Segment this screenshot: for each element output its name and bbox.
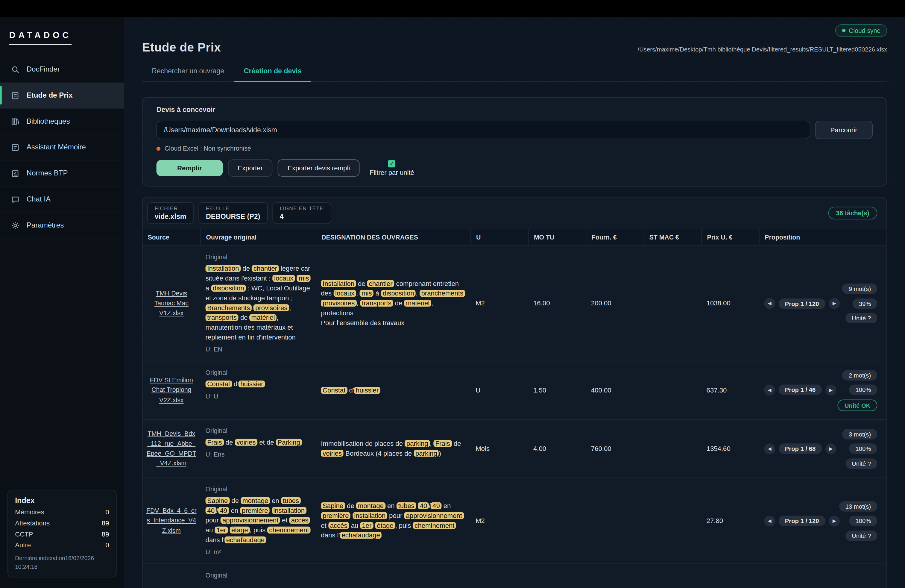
cloud-sync-status-icon [842,29,845,32]
original-text: Sapine de montage en tubes 40/49 en prem… [206,496,311,545]
results-card: FICHIERvide.xlsmFEUILLEDEBOURSE (P2)LIGN… [142,197,887,588]
unit-status-badge[interactable]: Unité ? [845,313,878,323]
tab-bar: Rechercher un ouvrageCréation de devis [142,61,887,82]
fill-button[interactable]: Remplir [157,160,223,176]
export-button[interactable]: Exporter [228,159,272,176]
highlighted-term: montage [241,497,270,504]
original-text: Constat d'huissier [206,379,311,389]
value: 400.00 [591,385,611,395]
table-header: SourceOuvrage originalDESIGNATION DES OU… [143,229,886,246]
gear-icon [11,221,20,230]
filter-unit-group: ✓ Filtrer par unité [370,160,414,176]
sidebar-item-label: DocFinder [27,65,60,73]
original-text: Frais de voiries et de Parking [206,438,311,448]
sidebar-item-normes-btp[interactable]: Normes BTP [0,161,124,186]
source-link[interactable]: FDV St Emilion Chat Troplong V2Z.xlsx [146,375,197,405]
st-mac-cell [643,420,701,478]
tab-rechercher-un-ouvrage[interactable]: Rechercher un ouvrage [142,61,234,81]
highlighted-term: branchements [419,290,465,297]
column-header-prix-u-: Prix U. € [701,229,759,245]
highlighted-term: montage [356,502,386,509]
unit-status-badge[interactable]: Unité ? [845,530,878,541]
fourn-cell: 400.00 [586,361,643,419]
app-window: DATADOC DocFinderEtude de PrixBibliotheq… [0,0,905,588]
meta-chip-label: FICHIER [155,206,186,211]
ouvrage-cell: OriginalFrais de voiries et de ParkingU:… [200,420,316,478]
value: 27.80 [707,516,723,526]
library-icon [11,117,20,126]
word-count-badge: 2 mot(s) [843,370,878,380]
meta-chip-ligne-en-t-te: LIGNE EN-TÊTE4 [272,202,331,224]
prix-u-cell: 1038.00 [701,246,759,361]
highlighted-term: 1er [360,522,373,529]
value: 1354.60 [707,444,730,454]
proposition-cell: 2 mot(s)◀Prop 1 / 46▶100%Unité OK [759,361,886,419]
value: 1038.00 [707,299,730,308]
empty-cell [643,564,701,588]
source-cell: FDV St Emilion Chat Troplong V2Z.xlsx [143,361,200,419]
value: 16.00 [533,299,550,308]
highlighted-term: 40 [418,502,429,509]
highlighted-term: disposition [211,285,246,292]
meta-chip-label: LIGNE EN-TÊTE [280,206,324,211]
st-mac-cell [643,361,701,419]
app-logo: DATADOC [9,30,71,45]
empty-cell [316,564,470,588]
meta-chip-label: FEUILLE [206,206,260,211]
index-panel: Index Mémoires0Attestations89CCTP89Autre… [8,489,116,577]
highlighted-term: transports [206,314,238,321]
word-count-badge: 9 mot(s) [843,283,878,294]
next-proposal-button[interactable]: ▶ [826,384,837,395]
source-cell: FDV_Bdx_4_6_crs_Intendance_V4Z.xlsm [143,478,200,563]
column-header-u: U [470,229,528,245]
original-label: Original [206,571,311,580]
highlighted-term: 49 [431,502,441,509]
highlighted-term: Frais [206,439,224,446]
highlighted-term: 1er [214,527,228,534]
filter-unit-checkbox[interactable]: ✓ [388,160,395,167]
highlighted-term: Installation [321,280,356,287]
proposal-counter: Prop 1 / 68 [779,443,822,454]
prev-proposal-button[interactable]: ◀ [764,443,775,454]
highlighted-term: transports [360,300,393,307]
highlighted-term: Constat [206,380,232,388]
value: 200.00 [591,299,611,308]
unit-status-badge[interactable]: Unité OK [838,399,878,411]
browse-button[interactable]: Parcourir [815,121,873,139]
source-link[interactable]: FDV_Bdx_4_6_crs_Intendance_V4Z.xlsm [146,506,197,536]
proposal-nav: ◀Prop 1 / 46▶100% [764,384,877,395]
next-proposal-button[interactable]: ▶ [829,298,840,309]
cloud-sync-label: Cloud sync [849,27,880,34]
prev-proposal-button[interactable]: ◀ [764,384,775,395]
devis-file-input[interactable] [157,121,810,139]
tab-cr-ation-de-devis[interactable]: Création de devis [234,61,311,82]
index-row-value: 0 [105,509,109,516]
memo-icon [11,143,20,152]
result-file-path: /Users/maxime/Desktop/Tmh bibliothèque D… [638,46,888,52]
sidebar-item-docfinder[interactable]: DocFinder [0,57,124,83]
page-title: Etude de Prix [142,40,221,54]
highlighted-term: Branchements [206,304,252,311]
prev-proposal-button[interactable]: ◀ [764,515,775,526]
next-proposal-button[interactable]: ▶ [829,515,840,526]
sidebar-item-assistant-m-moire[interactable]: Assistant Mémoire [0,134,124,161]
prev-proposal-button[interactable]: ◀ [764,298,775,309]
empty-cell [528,564,586,588]
devis-card: Devis à concevoir Parcourir Cloud Excel … [142,97,887,186]
unit-status-badge[interactable]: Unité ? [845,458,878,469]
sidebar-item-param-tres[interactable]: Paramètres [0,213,124,238]
source-link[interactable]: TMH Devis Tauriac Maç V1Z.xlsx [146,289,197,318]
table-row: Original [143,564,886,588]
source-link[interactable]: TMH_Devis_Bdx_112_rue_Abbe_Epee_GO_MPDT_… [146,429,197,469]
sidebar-item-etude-de-prix[interactable]: Etude de Prix [0,83,124,109]
sidebar-item-bibliotheques[interactable]: Bibliotheques [0,109,124,135]
sidebar-item-label: Normes BTP [27,169,68,177]
ouvrage-cell: Original [200,564,316,588]
ouvrage-cell: OriginalConstat d'huissierU: U [200,361,316,419]
meta-chip-value: vide.xlsm [155,213,186,221]
sidebar-item-chat-ia[interactable]: Chat IA [0,186,124,213]
ouvrage-cell: OriginalSapine de montage en tubes 40/49… [200,478,316,563]
proposal-nav: ◀Prop 1 / 68▶100% [764,443,877,454]
export-filled-button[interactable]: Exporter devis rempli [278,159,360,176]
next-proposal-button[interactable]: ▶ [826,443,837,454]
